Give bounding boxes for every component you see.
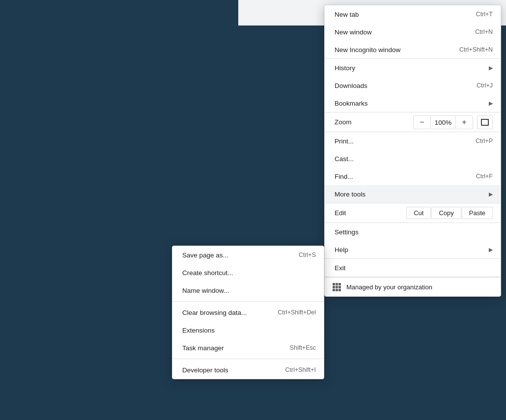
submenu-item-task-manager[interactable]: Task manager Shift+Esc <box>172 339 324 357</box>
menu-item-bookmarks[interactable]: Bookmarks ▶ <box>325 94 501 112</box>
managed-label: Managed by your organization <box>346 283 432 291</box>
menu-section-settings: Settings Help ▶ <box>325 223 501 259</box>
menu-item-new-tab[interactable]: New tab Ctrl+T <box>325 5 501 23</box>
submenu-item-name-window[interactable]: Name window... <box>172 281 324 299</box>
menu-section-new: New tab Ctrl+T New window Ctrl+N New Inc… <box>325 5 501 59</box>
submenu-item-create-shortcut[interactable]: Create shortcut... <box>172 264 324 281</box>
zoom-value: 100% <box>431 115 455 129</box>
submenu-item-developer-tools[interactable]: Developer tools Ctrl+Shift+I <box>172 361 324 379</box>
menu-item-downloads[interactable]: Downloads Ctrl+J <box>325 77 501 94</box>
copy-button[interactable]: Copy <box>431 207 461 219</box>
menu-item-help[interactable]: Help ▶ <box>325 241 501 258</box>
more-tools-submenu: Save page as... Ctrl+S Create shortcut..… <box>172 246 324 379</box>
menu-section-tools: Print... Ctrl+P Cast... Find... Ctrl+F M… <box>325 132 501 203</box>
submenu-divider-2 <box>172 359 324 359</box>
menu-item-history[interactable]: History ▶ <box>325 59 501 77</box>
menu-item-cast[interactable]: Cast... <box>325 150 501 168</box>
menu-item-incognito[interactable]: New Incognito window Ctrl+Shift+N <box>325 41 501 58</box>
submenu-item-extensions[interactable]: Extensions <box>172 321 324 339</box>
menu-item-more-tools[interactable]: More tools ▶ <box>325 185 501 203</box>
cut-button[interactable]: Cut <box>406 207 431 219</box>
menu-item-settings[interactable]: Settings <box>325 223 501 241</box>
menu-section-exit: Exit <box>325 259 501 277</box>
menu-item-exit[interactable]: Exit <box>325 259 501 277</box>
submenu-divider-1 <box>172 301 324 302</box>
edit-buttons: Cut Copy Paste <box>406 207 493 219</box>
chrome-main-menu: New tab Ctrl+T New window Ctrl+N New Inc… <box>324 5 501 297</box>
zoom-plus-button[interactable]: + <box>455 115 473 129</box>
menu-item-find[interactable]: Find... Ctrl+F <box>325 168 501 185</box>
fullscreen-button[interactable] <box>477 115 493 129</box>
managed-icon <box>332 282 341 292</box>
grid-icon <box>333 283 341 291</box>
zoom-row: Zoom − 100% + <box>325 112 501 132</box>
submenu-item-save-page[interactable]: Save page as... Ctrl+S <box>172 246 324 264</box>
submenu-item-clear-browsing[interactable]: Clear browsing data... Ctrl+Shift+Del <box>172 304 324 321</box>
menu-section-nav: History ▶ Downloads Ctrl+J Bookmarks ▶ <box>325 59 501 112</box>
edit-row: Edit Cut Copy Paste <box>325 203 501 223</box>
menu-item-new-window[interactable]: New window Ctrl+N <box>325 23 501 41</box>
fullscreen-icon <box>481 119 489 126</box>
zoom-controls: − 100% + <box>413 115 473 129</box>
paste-button[interactable]: Paste <box>462 207 493 219</box>
menu-item-print[interactable]: Print... Ctrl+P <box>325 132 501 150</box>
zoom-minus-button[interactable]: − <box>413 115 431 129</box>
managed-footer: Managed by your organization <box>325 277 501 296</box>
